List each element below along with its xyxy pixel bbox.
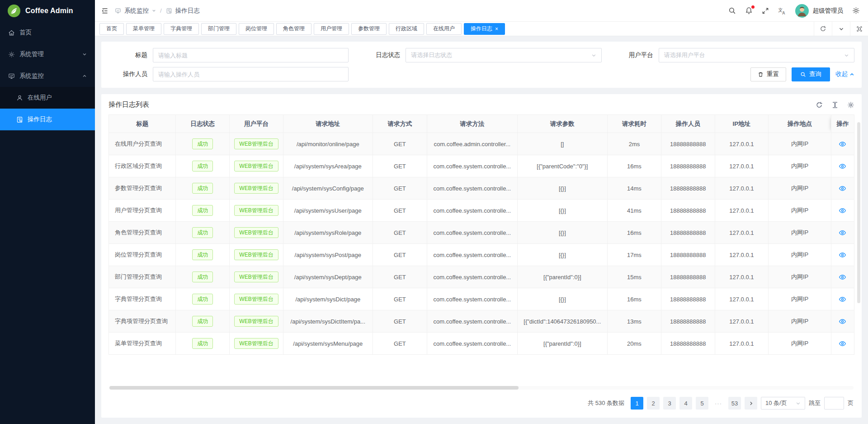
fullscreen-icon[interactable] (762, 7, 769, 14)
next-page-button[interactable] (745, 397, 757, 410)
settings-gear-icon[interactable] (852, 7, 860, 14)
log-status-select[interactable]: 请选择日志状态 (406, 48, 601, 62)
view-detail-eye-icon[interactable] (839, 207, 846, 214)
cell-request-handler: com.coffee.system.controlle... (427, 200, 518, 222)
field-user-platform: 用户平台 请选择用户平台 (614, 48, 854, 62)
page-button[interactable]: 5 (696, 397, 708, 410)
sidebar-item-online-users[interactable]: 在线用户 (0, 87, 95, 109)
breadcrumb-page: 操作日志 (175, 7, 200, 15)
collapse-sidebar-icon[interactable] (101, 7, 108, 14)
page-size-select[interactable]: 10 条/页 (761, 397, 805, 410)
view-detail-eye-icon[interactable] (839, 162, 846, 170)
trash-icon (758, 71, 764, 77)
cell-location: 内网IP (769, 288, 831, 310)
svg-text:A: A (782, 10, 785, 15)
cell-operator: 18888888888 (661, 222, 715, 244)
cell-request-url: /api/system/sysConfig/page (283, 177, 373, 200)
monitor-icon (8, 73, 15, 80)
tab[interactable]: 在线用户 × (426, 23, 462, 35)
column-header: 请求参数 (517, 115, 608, 133)
translate-icon[interactable]: 文A (778, 7, 786, 15)
cell-title: 部门管理分页查询 (109, 266, 176, 288)
tab[interactable]: 用户管理 × (314, 23, 349, 35)
maximize-icon[interactable] (850, 22, 868, 36)
user-platform-select[interactable]: 请选择用户平台 (659, 48, 854, 62)
breadcrumb-separator: / (160, 7, 162, 14)
vertical-scrollbar[interactable] (857, 122, 860, 303)
avatar (795, 4, 809, 18)
tab[interactable]: 菜单管理 × (126, 23, 161, 35)
platform-badge: WEB管理后台 (234, 227, 278, 238)
notification-bell-icon[interactable] (745, 7, 753, 14)
view-detail-eye-icon[interactable] (839, 273, 846, 281)
tab[interactable]: 字典管理 × (164, 23, 199, 35)
tab[interactable]: 部门管理 × (201, 23, 236, 35)
cell-request-method: GET (373, 266, 427, 288)
cell-actions (831, 200, 854, 222)
total-count: 共 530 条数据 (588, 399, 624, 407)
status-badge: 成功 (192, 227, 213, 238)
cell-request-url: /api/system/sysDictItem/pa... (283, 310, 373, 333)
cell-location: 内网IP (769, 244, 831, 266)
cell-request-params: [{}] (517, 222, 608, 244)
cell-request-params: [{}] (517, 200, 608, 222)
jump-suffix: 页 (848, 399, 854, 407)
horizontal-scrollbar[interactable] (109, 386, 854, 390)
cell-request-time: 16ms (608, 288, 661, 310)
page-button[interactable]: 4 (679, 397, 692, 410)
operator-input[interactable] (158, 71, 343, 78)
table-row: 角色管理分页查询 成功 WEB管理后台 /api/system/sysRole/… (109, 222, 854, 244)
page-button[interactable]: ··· (712, 397, 725, 410)
tab[interactable]: 操作日志 × (464, 23, 505, 35)
view-detail-eye-icon[interactable] (839, 185, 846, 192)
cell-title: 字典管理分页查询 (109, 288, 176, 310)
cell-title: 参数管理分页查询 (109, 177, 176, 200)
row-height-icon[interactable] (831, 101, 839, 109)
user-menu[interactable]: 超级管理员 (795, 4, 844, 18)
tab[interactable]: 行政区域 × (389, 23, 424, 35)
sidebar-item-operation-log[interactable]: 操作日志 (0, 109, 95, 130)
cell-request-method: GET (373, 333, 427, 355)
view-detail-eye-icon[interactable] (839, 140, 846, 148)
search-button[interactable]: 查询 (792, 67, 830, 81)
close-icon[interactable]: × (495, 26, 498, 32)
title-input[interactable] (158, 52, 343, 59)
column-header: 请求方法 (427, 115, 518, 133)
column-settings-gear-icon[interactable] (847, 101, 854, 109)
chevron-down-icon (796, 401, 801, 406)
refresh-icon[interactable] (814, 22, 832, 36)
collapse-filter-link[interactable]: 收起 (835, 70, 854, 78)
search-icon[interactable] (728, 7, 736, 14)
column-header: 请求耗时 (608, 115, 661, 133)
tab-label: 菜单管理 (133, 25, 155, 33)
platform-badge: WEB管理后台 (234, 338, 278, 349)
jump-page-input[interactable] (824, 397, 844, 410)
cell-request-url: /api/monitor/online/page (283, 133, 373, 155)
tab[interactable]: 角色管理 × (276, 23, 311, 35)
view-detail-eye-icon[interactable] (839, 251, 846, 259)
cell-request-handler: com.coffee.system.controlle... (427, 244, 518, 266)
chevron-down-icon[interactable] (832, 22, 850, 36)
sidebar-item-system-management[interactable]: 系统管理 (0, 43, 95, 65)
page-button[interactable]: 1 (631, 397, 643, 410)
status-badge: 成功 (192, 205, 213, 216)
view-detail-eye-icon[interactable] (839, 318, 846, 325)
page-button[interactable]: 3 (663, 397, 676, 410)
page-button[interactable]: 2 (647, 397, 660, 410)
scrollbar-thumb[interactable] (109, 386, 519, 390)
reset-button[interactable]: 重置 (750, 67, 786, 81)
tab[interactable]: 首页 × (99, 23, 124, 35)
sidebar-item-system-monitor[interactable]: 系统监控 (0, 65, 95, 87)
view-detail-eye-icon[interactable] (839, 229, 846, 237)
tab-label: 字典管理 (170, 25, 192, 33)
page-button[interactable]: 53 (728, 397, 741, 410)
view-detail-eye-icon[interactable] (839, 340, 846, 348)
tab[interactable]: 参数管理 × (351, 23, 387, 35)
breadcrumb-menu[interactable]: 系统监控 (124, 7, 149, 15)
tab[interactable]: 岗位管理 × (239, 23, 274, 35)
tab-label: 角色管理 (283, 25, 305, 33)
sidebar-item-home[interactable]: 首页 (0, 22, 95, 43)
refresh-icon[interactable] (816, 101, 823, 109)
view-detail-eye-icon[interactable] (839, 295, 846, 303)
cell-location: 内网IP (769, 333, 831, 355)
